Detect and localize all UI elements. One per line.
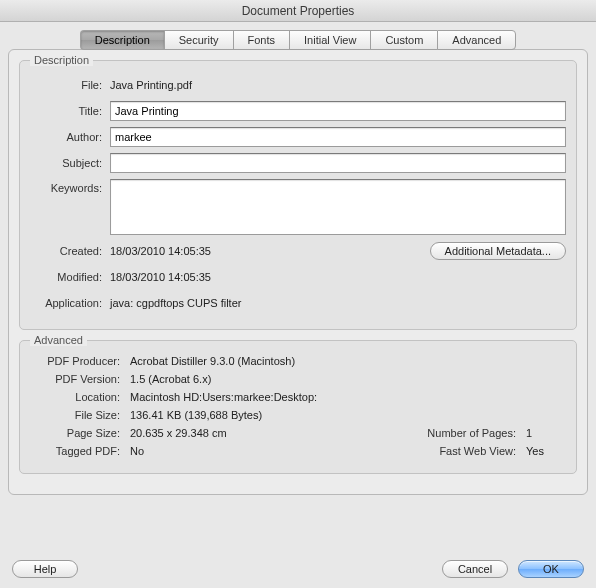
pagesize-value: 20.635 x 29.348 cm: [130, 427, 396, 439]
content-panel: Description File: Java Printing.pdf Titl…: [8, 49, 588, 495]
version-value: 1.5 (Acrobat 6.x): [130, 373, 566, 385]
author-label: Author:: [30, 131, 110, 143]
tab-advanced[interactable]: Advanced: [437, 30, 516, 50]
author-field[interactable]: [110, 127, 566, 147]
created-label: Created:: [30, 245, 110, 257]
version-label: PDF Version:: [30, 373, 130, 385]
cancel-button[interactable]: Cancel: [442, 560, 508, 578]
advanced-group: Advanced PDF Producer: Acrobat Distiller…: [19, 340, 577, 474]
created-value: 18/03/2010 14:05:35: [110, 245, 430, 257]
producer-label: PDF Producer:: [30, 355, 130, 367]
producer-value: Acrobat Distiller 9.3.0 (Macintosh): [130, 355, 566, 367]
subject-label: Subject:: [30, 157, 110, 169]
additional-metadata-button[interactable]: Additional Metadata...: [430, 242, 566, 260]
fastweb-value: Yes: [526, 445, 566, 457]
modified-value: 18/03/2010 14:05:35: [110, 271, 566, 283]
application-value: java: cgpdftops CUPS filter: [110, 297, 566, 309]
tab-custom[interactable]: Custom: [370, 30, 437, 50]
numpages-label: Number of Pages:: [396, 427, 526, 439]
file-label: File:: [30, 79, 110, 91]
title-field[interactable]: [110, 101, 566, 121]
tab-bar: Description Security Fonts Initial View …: [8, 30, 588, 50]
file-value: Java Printing.pdf: [110, 79, 566, 91]
tab-security[interactable]: Security: [164, 30, 233, 50]
description-legend: Description: [30, 54, 93, 66]
modified-label: Modified:: [30, 271, 110, 283]
location-label: Location:: [30, 391, 130, 403]
keywords-label: Keywords:: [30, 179, 110, 194]
description-group: Description File: Java Printing.pdf Titl…: [19, 60, 577, 330]
pagesize-label: Page Size:: [30, 427, 130, 439]
ok-button[interactable]: OK: [518, 560, 584, 578]
window-title: Document Properties: [0, 0, 596, 22]
fastweb-label: Fast Web View:: [396, 445, 526, 457]
application-label: Application:: [30, 297, 110, 309]
advanced-legend: Advanced: [30, 334, 87, 346]
numpages-value: 1: [526, 427, 566, 439]
help-button[interactable]: Help: [12, 560, 78, 578]
location-value: Macintosh HD:Users:markee:Desktop:: [130, 391, 566, 403]
tagged-value: No: [130, 445, 396, 457]
title-label: Title:: [30, 105, 110, 117]
subject-field[interactable]: [110, 153, 566, 173]
filesize-label: File Size:: [30, 409, 130, 421]
filesize-value: 136.41 KB (139,688 Bytes): [130, 409, 566, 421]
tagged-label: Tagged PDF:: [30, 445, 130, 457]
footer: Help Cancel OK: [12, 560, 584, 578]
tab-description[interactable]: Description: [80, 30, 164, 50]
tab-fonts[interactable]: Fonts: [233, 30, 290, 50]
tab-initial-view[interactable]: Initial View: [289, 30, 370, 50]
keywords-field[interactable]: [110, 179, 566, 235]
